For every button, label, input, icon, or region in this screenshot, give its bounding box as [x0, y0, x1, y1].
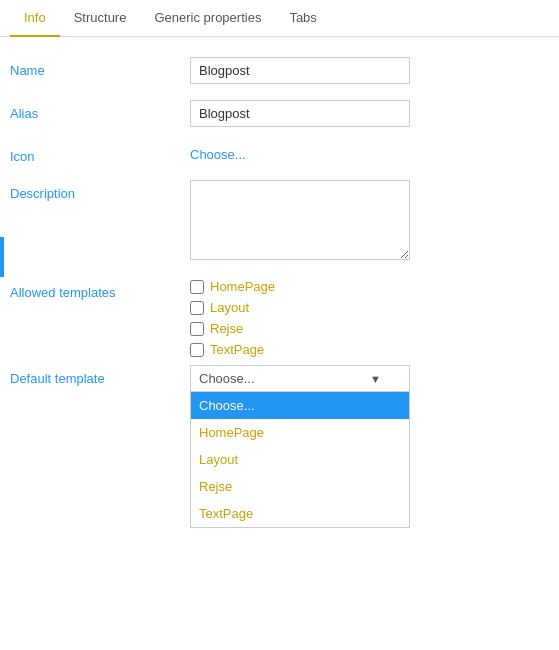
allowed-templates-label: Allowed templates — [10, 279, 190, 300]
tabs-bar: Info Structure Generic properties Tabs — [0, 0, 559, 37]
checkbox-textpage-label: TextPage — [210, 342, 264, 357]
name-label: Name — [10, 57, 190, 78]
description-control — [190, 180, 539, 263]
checkbox-layout[interactable]: Layout — [190, 300, 539, 315]
checkbox-textpage-input[interactable] — [190, 343, 204, 357]
dropdown-option-layout[interactable]: Layout — [191, 446, 409, 473]
allowed-templates-control: HomePage Layout Rejse TextPage — [190, 279, 539, 357]
default-template-control: Choose... ▼ Choose... HomePage Layout Re… — [190, 365, 539, 392]
alias-label: Alias — [10, 100, 190, 121]
default-template-dropdown[interactable]: Choose... ▼ Choose... HomePage Layout Re… — [190, 365, 410, 392]
tab-generic-properties[interactable]: Generic properties — [140, 0, 275, 37]
description-label: Description — [10, 180, 190, 201]
checkbox-rejse-label: Rejse — [210, 321, 243, 336]
alias-row: Alias — [10, 100, 539, 127]
icon-label: Icon — [10, 143, 190, 164]
checkbox-layout-input[interactable] — [190, 301, 204, 315]
icon-row: Icon Choose... — [10, 143, 539, 164]
checkbox-list: HomePage Layout Rejse TextPage — [190, 279, 539, 357]
dropdown-option-homepage[interactable]: HomePage — [191, 419, 409, 446]
description-row: Description — [10, 180, 539, 263]
icon-control: Choose... — [190, 143, 539, 162]
dropdown-selected-value[interactable]: Choose... ▼ — [190, 365, 410, 392]
checkbox-rejse[interactable]: Rejse — [190, 321, 539, 336]
alias-input[interactable] — [190, 100, 410, 127]
checkbox-homepage-label: HomePage — [210, 279, 275, 294]
name-control — [190, 57, 539, 84]
name-row: Name — [10, 57, 539, 84]
dropdown-option-textpage[interactable]: TextPage — [191, 500, 409, 527]
icon-choose-button[interactable]: Choose... — [190, 143, 539, 162]
checkbox-homepage-input[interactable] — [190, 280, 204, 294]
tab-tabs[interactable]: Tabs — [275, 0, 330, 37]
checkbox-textpage[interactable]: TextPage — [190, 342, 539, 357]
tab-info[interactable]: Info — [10, 0, 60, 37]
dropdown-selected-text: Choose... — [199, 371, 255, 386]
dropdown-option-rejse[interactable]: Rejse — [191, 473, 409, 500]
checkbox-homepage[interactable]: HomePage — [190, 279, 539, 294]
default-template-label: Default template — [10, 365, 190, 386]
tab-structure[interactable]: Structure — [60, 0, 141, 37]
checkbox-layout-label: Layout — [210, 300, 249, 315]
dropdown-option-choose[interactable]: Choose... — [191, 392, 409, 419]
name-input[interactable] — [190, 57, 410, 84]
allowed-templates-row: Allowed templates HomePage Layout Rejse … — [10, 279, 539, 357]
default-template-row: Default template Choose... ▼ Choose... H… — [10, 365, 539, 392]
dropdown-arrow-icon: ▼ — [370, 373, 381, 385]
main-content: Name Alias Icon Choose... Description Al… — [0, 37, 559, 428]
dropdown-list: Choose... HomePage Layout Rejse TextPage — [190, 392, 410, 528]
description-textarea[interactable] — [190, 180, 410, 260]
checkbox-rejse-input[interactable] — [190, 322, 204, 336]
left-accent-bar — [0, 237, 4, 277]
alias-control — [190, 100, 539, 127]
